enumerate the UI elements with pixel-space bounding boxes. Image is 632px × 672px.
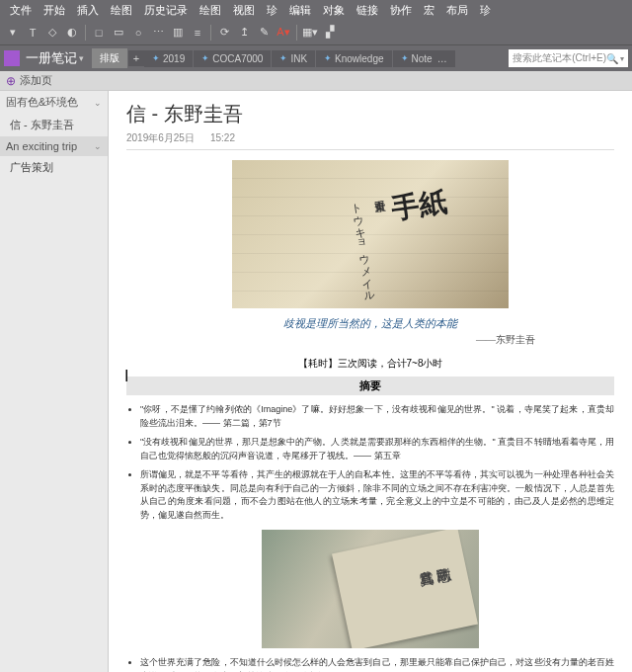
list-item[interactable]: 所谓偏见，就是不平等看待，其产生的根源就在于人的自私本性。这里的不平等看待，其实… <box>140 468 614 522</box>
book-cover-image: トウキョウメイル 東野圭吾 手紙 <box>232 160 509 308</box>
add-page-button[interactable]: ⊕ 添加页 <box>0 71 632 91</box>
tool-refresh[interactable]: ⟳ <box>215 24 233 42</box>
tool-box[interactable]: □ <box>90 24 108 42</box>
tool-text[interactable]: T <box>24 24 41 42</box>
add-tab-button[interactable]: + <box>128 50 144 66</box>
list-item[interactable]: "你呀，不是懂了约翰列侬的《Imagine》了嘛。好好想象一下，没有歧视和偏见的… <box>140 403 614 430</box>
app-icon <box>4 50 20 66</box>
quote-text: 歧视是理所当然的，这是人类的本能 <box>126 316 614 331</box>
star-icon: ✦ <box>324 53 332 63</box>
page-time: 15:22 <box>210 132 235 143</box>
star-icon: ✦ <box>279 53 287 63</box>
menu-view[interactable]: 视图 <box>227 3 261 18</box>
tool-shape[interactable]: ◇ <box>43 24 61 42</box>
plus-icon: ⊕ <box>6 74 16 88</box>
notebook-title[interactable]: 一册笔记 <box>26 49 77 67</box>
search-icon: 🔍 <box>606 53 618 64</box>
tool-font[interactable]: A▾ <box>275 24 292 42</box>
sidebar-item-ad[interactable]: 广告策划 <box>0 156 108 179</box>
tab-coca[interactable]: ✦COCA7000 <box>194 50 271 67</box>
menu-draw2[interactable]: 绘图 <box>194 3 227 18</box>
tab-ink[interactable]: ✦INK <box>272 50 315 67</box>
star-icon: ✦ <box>152 53 160 63</box>
tool-dash[interactable]: ⋯ <box>149 24 167 42</box>
list-item[interactable]: "没有歧视和偏见的世界，那只是想象中的产物。人类就是需要跟那样的东西相伴的生物。… <box>140 436 614 462</box>
menu-object[interactable]: 对象 <box>317 3 351 18</box>
tab-layout[interactable]: 排版 <box>92 48 127 68</box>
toolbar: ▾ T ◇ ◐ □ ▭ ○ ⋯ ▥ ≡ ⟳ ↥ ✎ A▾ ▦▾ ▞ <box>0 20 632 45</box>
menu-bar: 文件 开始 插入 绘图 历史记录 绘图 视图 珍 编辑 对象 链接 协作 宏 布… <box>0 0 632 20</box>
menu-collab[interactable]: 协作 <box>384 3 418 18</box>
chevron-down-icon[interactable]: ▾ <box>620 54 624 63</box>
menu-start[interactable]: 开始 <box>38 3 71 18</box>
tab-note[interactable]: ✦Note… <box>393 50 455 67</box>
page-content[interactable]: I 信 - 东野圭吾 2019年6月25日15:22 トウキョウメイル 東野圭吾… <box>109 91 632 672</box>
text-cursor: I <box>124 368 128 385</box>
list-item[interactable]: 这个世界充满了危险，不知道什么时候怎么样的人会危害到自己，那里最只能靠自己保护自… <box>140 656 614 672</box>
summary-list-2: 这个世界充满了危险，不知道什么时候怎么样的人会危害到自己，那里最只能靠自己保护自… <box>126 656 614 672</box>
star-icon: ✦ <box>401 53 409 63</box>
menu-zhen2[interactable]: 珍 <box>474 3 497 18</box>
page-meta: 2019年6月25日15:22 <box>126 131 614 150</box>
search-input[interactable]: 搜索此笔记本(Ctrl+E) 🔍 ▾ <box>509 49 628 67</box>
menu-edit[interactable]: 编辑 <box>283 3 317 18</box>
menu-history[interactable]: 历史记录 <box>138 3 194 18</box>
page-date: 2019年6月25日 <box>126 132 195 143</box>
summary-list: "你呀，不是懂了约翰列侬的《Imagine》了嘛。好好想象一下，没有歧视和偏见的… <box>126 403 614 522</box>
tool-eraser[interactable]: ◐ <box>63 24 81 42</box>
sidebar-cat-trip[interactable]: An exciting trip⌄ <box>0 136 108 156</box>
reading-time: 【耗时】三次阅读，合计7~8小时 <box>126 357 614 371</box>
sidebar-item-letter[interactable]: 信 - 东野圭吾 <box>0 114 108 136</box>
page-sidebar: 固有色&环境色⌄ 信 - 东野圭吾 An exciting trip⌄ 广告策划 <box>0 91 109 672</box>
menu-draw[interactable]: 绘图 <box>105 3 138 18</box>
tool-up[interactable]: ↥ <box>235 24 253 42</box>
tool-bars[interactable]: ≡ <box>189 24 206 42</box>
menu-zhen[interactable]: 珍 <box>261 3 283 18</box>
sidebar-cat-colors[interactable]: 固有色&环境色⌄ <box>0 91 108 114</box>
tool-new[interactable]: ▾ <box>4 24 22 42</box>
tab-2019[interactable]: ✦2019 <box>144 50 193 67</box>
summary-header: 摘要 <box>126 377 614 395</box>
chevron-icon: ⌄ <box>94 141 102 151</box>
tool-chart[interactable]: ▥ <box>169 24 187 42</box>
tab-knowledge[interactable]: ✦Knowledge <box>316 50 391 67</box>
chevron-icon: ⌄ <box>94 98 102 108</box>
inline-image: 武島剛志武島直貴 <box>262 530 479 648</box>
title-bar: 一册笔记 ▾ 排版 + ✦2019 ✦COCA7000 ✦INK ✦Knowle… <box>0 45 632 71</box>
section-tabs: 排版 + ✦2019 ✦COCA7000 ✦INK ✦Knowledge ✦No… <box>92 45 509 71</box>
page-title[interactable]: 信 - 东野圭吾 <box>126 101 614 127</box>
menu-macro[interactable]: 宏 <box>418 3 440 18</box>
tool-rule[interactable]: ▭ <box>110 24 127 42</box>
tool-graph[interactable]: ▞ <box>321 24 339 42</box>
menu-link[interactable]: 链接 <box>351 3 384 18</box>
star-icon: ✦ <box>201 53 209 63</box>
menu-layout[interactable]: 布局 <box>440 3 474 18</box>
menu-file[interactable]: 文件 <box>4 3 38 18</box>
menu-insert[interactable]: 插入 <box>71 3 105 18</box>
quote-signature: ——东野圭吾 <box>126 333 614 347</box>
tool-circle[interactable]: ○ <box>129 24 147 42</box>
tool-image[interactable]: ▦▾ <box>301 24 319 42</box>
chevron-down-icon[interactable]: ▾ <box>79 53 84 63</box>
tool-pen[interactable]: ✎ <box>255 24 273 42</box>
